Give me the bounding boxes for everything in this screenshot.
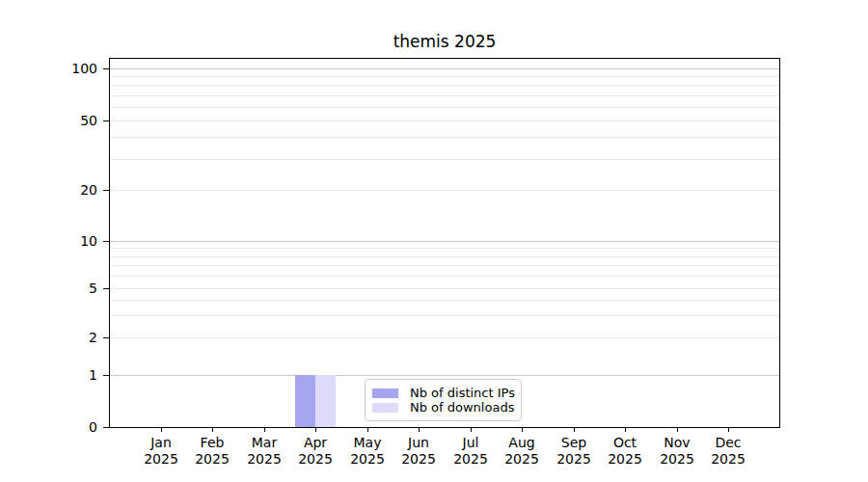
gridline-minor-8 — [110, 256, 779, 257]
gridline-minor-7 — [110, 265, 779, 266]
month-text: Oct — [596, 435, 654, 451]
month-text: Jul — [442, 435, 500, 451]
x-tick-label-may: May 2025 — [339, 435, 396, 468]
x-tickmark-aug — [522, 428, 523, 432]
x-tick-label-apr: Apr 2025 — [286, 435, 344, 468]
x-tickmark-sep — [574, 428, 575, 432]
x-tick-label-nov: Nov 2025 — [648, 435, 706, 468]
y-tick-label-5: 5 — [38, 280, 97, 297]
gridline-minor-60 — [110, 107, 779, 108]
gridline-minor-9 — [110, 248, 779, 249]
gridline-minor-90 — [110, 76, 779, 77]
chart-figure: themis 2025 Nb of distinct IPs — [0, 0, 868, 482]
year-text: 2025 — [390, 451, 448, 468]
year-text: 2025 — [235, 451, 293, 468]
bar-distinct-ips-apr — [295, 375, 315, 427]
month-text: Apr — [286, 435, 344, 451]
gridline-major-1 — [110, 375, 779, 376]
y-tickmark-0 — [103, 427, 109, 428]
gridline-minor-50 — [110, 120, 779, 121]
y-tickmark-2 — [103, 337, 109, 338]
y-tickmark-20 — [103, 190, 109, 191]
y-tick-label-0: 0 — [38, 418, 97, 436]
gridline-major-100 — [110, 68, 779, 69]
plot-area: Nb of distinct IPs Nb of downloads — [109, 58, 780, 428]
y-tick-label-100: 100 — [38, 60, 97, 77]
y-tick-label-2: 2 — [38, 329, 97, 346]
legend-label-distinct-ips: Nb of distinct IPs — [410, 386, 515, 400]
year-text: 2025 — [442, 451, 500, 468]
gridline-major-10 — [110, 241, 779, 242]
y-tick-label-20: 20 — [38, 181, 97, 199]
y-tick-label-10: 10 — [38, 232, 97, 250]
bar-downloads-apr — [315, 375, 336, 427]
x-tickmark-jan — [161, 428, 162, 432]
x-tick-label-dec: Dec 2025 — [699, 435, 757, 468]
year-text: 2025 — [699, 451, 757, 468]
y-tick-label-1: 1 — [38, 366, 97, 384]
gridline-minor-6 — [110, 276, 779, 277]
month-text: May — [339, 435, 396, 451]
y-tickmark-10 — [103, 241, 109, 242]
x-tick-label-feb: Feb 2025 — [183, 435, 241, 468]
y-tick-label-50: 50 — [38, 112, 97, 129]
month-text: Aug — [493, 435, 551, 451]
x-tickmark-nov — [677, 428, 678, 432]
x-tickmark-jun — [419, 428, 420, 432]
y-tickmark-5 — [103, 288, 109, 289]
gridline-minor-3 — [110, 315, 779, 316]
year-text: 2025 — [493, 451, 551, 468]
legend-label-downloads: Nb of downloads — [410, 400, 514, 415]
x-tickmark-apr — [315, 428, 316, 432]
chart-title: themis 2025 — [109, 32, 780, 51]
x-tickmark-mar — [264, 428, 265, 432]
x-tickmark-feb — [212, 428, 213, 432]
x-tickmark-oct — [625, 428, 626, 432]
legend-swatch-distinct-ips — [372, 388, 398, 398]
month-text: Nov — [648, 435, 706, 451]
x-tick-label-jun: Jun 2025 — [390, 435, 448, 468]
gridline-minor-20 — [110, 190, 779, 191]
gridline-minor-4 — [110, 300, 779, 301]
x-tick-label-jan: Jan 2025 — [132, 435, 190, 468]
year-text: 2025 — [132, 451, 190, 468]
y-tickmark-100 — [103, 68, 109, 69]
legend-swatch-downloads — [372, 403, 398, 413]
month-text: Jun — [390, 435, 448, 451]
gridline-minor-70 — [110, 95, 779, 96]
legend-item-distinct-ips: Nb of distinct IPs — [372, 386, 513, 400]
year-text: 2025 — [545, 451, 603, 468]
x-tick-label-mar: Mar 2025 — [235, 435, 293, 468]
year-text: 2025 — [286, 451, 344, 468]
month-text: Jan — [132, 435, 190, 451]
month-text: Sep — [545, 435, 603, 451]
legend: Nb of distinct IPs Nb of downloads — [365, 379, 522, 421]
x-tick-label-jul: Jul 2025 — [442, 435, 500, 468]
y-tickmark-1 — [103, 375, 109, 376]
month-text: Dec — [699, 435, 757, 451]
legend-item-downloads: Nb of downloads — [372, 400, 513, 415]
gridline-minor-40 — [110, 137, 779, 138]
gridline-minor-30 — [110, 159, 779, 160]
year-text: 2025 — [339, 451, 396, 468]
gridline-minor-80 — [110, 85, 779, 86]
x-tick-label-aug: Aug 2025 — [493, 435, 551, 468]
y-tickmark-50 — [103, 120, 109, 121]
year-text: 2025 — [183, 451, 241, 468]
year-text: 2025 — [648, 451, 706, 468]
year-text: 2025 — [596, 451, 654, 468]
x-tick-label-sep: Sep 2025 — [545, 435, 603, 468]
x-tick-label-oct: Oct 2025 — [596, 435, 654, 468]
month-text: Mar — [235, 435, 293, 451]
x-tickmark-dec — [728, 428, 729, 432]
month-text: Feb — [183, 435, 241, 451]
gridline-minor-2 — [110, 337, 779, 338]
x-tickmark-jul — [471, 428, 472, 432]
gridline-minor-5 — [110, 288, 779, 289]
x-tickmark-may — [367, 428, 368, 432]
